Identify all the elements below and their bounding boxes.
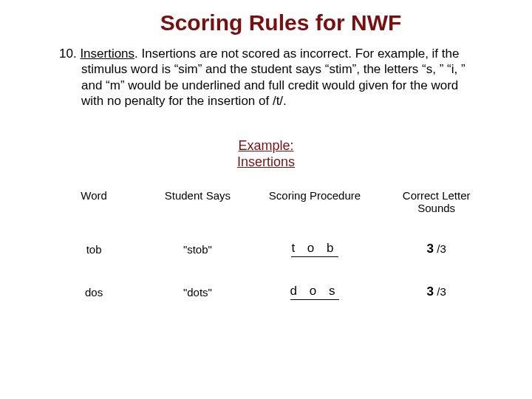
- example-table: Word Student Says Scoring Procedure Corr…: [0, 186, 532, 313]
- page-title: Scoring Rules for NWF: [30, 0, 532, 41]
- cell-procedure: t o b: [252, 228, 378, 270]
- col-procedure: Scoring Procedure: [252, 186, 378, 228]
- cell-says: "stob": [143, 228, 251, 270]
- example-line2: Insertions: [237, 154, 295, 169]
- rule-number: 10.: [59, 47, 77, 61]
- score-earned: 3: [427, 242, 434, 256]
- cell-says: "dots": [143, 270, 251, 313]
- rule-body: . Insertions are not scored as incorrect…: [81, 47, 466, 108]
- rule-term: Insertions: [80, 47, 134, 61]
- cell-score: 3 /3: [378, 228, 495, 270]
- col-says: Student Says: [143, 186, 251, 228]
- slide: Scoring Rules for NWF 10. Insertions. In…: [0, 0, 532, 399]
- cell-score: 3 /3: [378, 270, 495, 313]
- score-earned: 3: [427, 284, 434, 299]
- table-row: dos "dots" d o s 3 /3: [44, 270, 495, 313]
- col-word: Word: [44, 186, 143, 228]
- scored-letters: t o b: [291, 241, 338, 257]
- cell-word: tob: [44, 228, 143, 270]
- cell-procedure: d o s: [252, 270, 378, 313]
- table-header-row: Word Student Says Scoring Procedure Corr…: [44, 186, 495, 228]
- score-total: /3: [434, 242, 446, 255]
- rule-text: 10. Insertions. Insertions are not score…: [0, 46, 532, 109]
- example-line1: Example:: [238, 138, 293, 153]
- score-total: /3: [434, 285, 446, 298]
- cell-word: dos: [44, 270, 143, 313]
- example-heading: Example: Insertions: [0, 138, 532, 170]
- col-correct: Correct Letter Sounds: [378, 186, 495, 228]
- scored-letters: d o s: [290, 284, 340, 300]
- table-row: tob "stob" t o b 3 /3: [44, 228, 495, 270]
